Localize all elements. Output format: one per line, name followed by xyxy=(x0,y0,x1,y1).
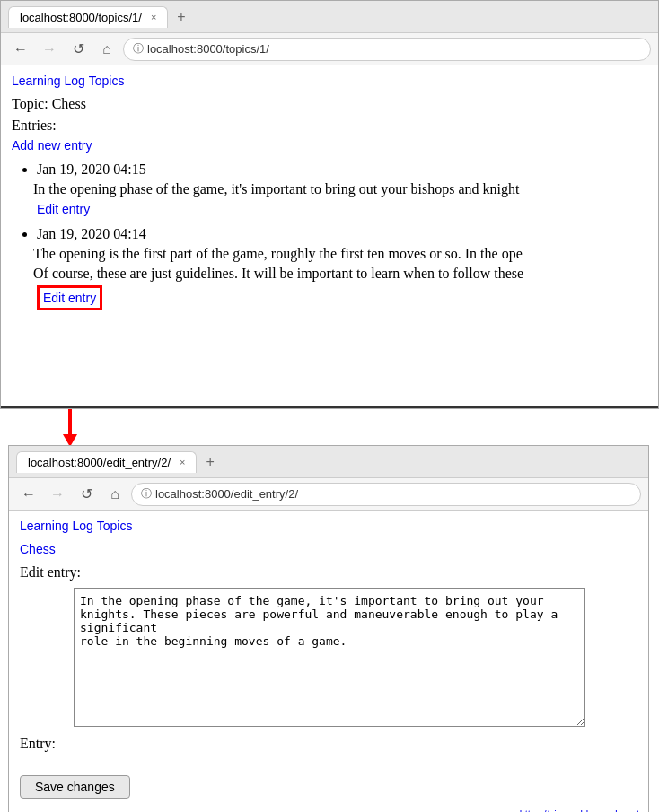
chess-link[interactable]: Chess xyxy=(20,542,56,556)
edit-entry-link-1[interactable]: Edit entry xyxy=(37,202,90,216)
active-tab-1[interactable]: localhost:8000/topics/1/ × xyxy=(8,6,168,28)
learning-log-link-1[interactable]: Learning Log xyxy=(12,74,85,88)
titlebar-1: localhost:8000/topics/1/ × + xyxy=(1,1,658,33)
page-title-1: Topic: Chess xyxy=(12,96,647,112)
tab-title-1: localhost:8000/topics/1/ xyxy=(20,11,142,24)
entry-text-1: In the opening phase of the game, it's i… xyxy=(33,181,647,197)
divider xyxy=(1,406,658,408)
titlebar-2: localhost:8000/edit_entry/2/ × + xyxy=(9,446,648,478)
topics-link-2[interactable]: Topics xyxy=(97,519,133,533)
forward-button-1[interactable]: → xyxy=(37,37,62,62)
entry-text-2a: The opening is the first part of the gam… xyxy=(33,246,647,262)
learning-log-link-2[interactable]: Learning Log xyxy=(20,519,93,533)
tab-close-2[interactable]: × xyxy=(180,457,185,467)
edit-entry-highlight: Edit entry xyxy=(37,285,102,310)
list-item: Jan 19, 2020 04:14 The opening is the fi… xyxy=(37,226,647,310)
new-tab-button-2[interactable]: + xyxy=(200,452,219,472)
tab-title-2: localhost:8000/edit_entry/2/ xyxy=(28,456,171,469)
add-entry-link[interactable]: Add new entry xyxy=(12,138,92,153)
entries-label: Entries: xyxy=(12,118,647,134)
info-icon-1: ⓘ xyxy=(133,41,144,57)
toolbar-1: ← → ↺ ⌂ ⓘ localhost:8000/topics/1/ xyxy=(1,33,658,65)
red-arrow-container xyxy=(36,409,659,445)
entries-list: Jan 19, 2020 04:15 In the opening phase … xyxy=(12,162,647,310)
browser-window-2: localhost:8000/edit_entry/2/ × + ← → ↺ ⌂… xyxy=(8,445,649,812)
entry-text-2b: Of course, these are just guidelines. It… xyxy=(33,266,647,282)
red-arrow xyxy=(63,409,77,447)
address-text-2: localhost:8000/edit_entry/2/ xyxy=(155,487,298,501)
topics-link-1[interactable]: Topics xyxy=(89,74,125,88)
home-button-1[interactable]: ⌂ xyxy=(94,37,119,62)
list-item: Jan 19, 2020 04:15 In the opening phase … xyxy=(37,162,647,217)
home-button-2[interactable]: ⌂ xyxy=(102,482,127,507)
address-text-1: localhost:8000/topics/1/ xyxy=(147,42,269,56)
back-button-1[interactable]: ← xyxy=(8,37,33,62)
info-icon-2: ⓘ xyxy=(141,486,152,502)
page-content-2: Learning Log Topics Chess Edit entry: In… xyxy=(9,511,648,812)
entry-field-label: Entry: xyxy=(20,734,56,752)
tab-close-1[interactable]: × xyxy=(151,12,156,22)
arrow-line xyxy=(68,409,72,434)
nav-links-2: Learning Log Topics xyxy=(20,518,637,534)
entry-field-row: Entry: xyxy=(20,734,637,752)
reload-button-2[interactable]: ↺ xyxy=(74,482,99,507)
toolbar-2: ← → ↺ ⌂ ⓘ localhost:8000/edit_entry/2/ xyxy=(9,478,648,511)
entry-date-2: Jan 19, 2020 04:14 xyxy=(37,226,647,242)
edit-entry-heading: Edit entry: xyxy=(20,564,637,581)
reload-button-1[interactable]: ↺ xyxy=(66,37,91,62)
nav-links-1: Learning Log Topics xyxy=(12,73,647,89)
page-content-1: Learning Log Topics Topic: Chess Entries… xyxy=(1,65,658,406)
watermark: https://xiaoyu.blog.csdn.net xyxy=(520,808,639,812)
save-changes-button[interactable]: Save changes xyxy=(20,775,130,799)
back-button-2[interactable]: ← xyxy=(16,482,41,507)
entry-date-1: Jan 19, 2020 04:15 xyxy=(37,162,647,178)
forward-button-2[interactable]: → xyxy=(45,482,70,507)
active-tab-2[interactable]: localhost:8000/edit_entry/2/ × xyxy=(16,451,197,473)
address-bar-2[interactable]: ⓘ localhost:8000/edit_entry/2/ xyxy=(131,483,641,506)
browser-window-1: localhost:8000/topics/1/ × + ← → ↺ ⌂ ⓘ l… xyxy=(0,0,659,409)
new-tab-button-1[interactable]: + xyxy=(171,7,190,27)
entry-textarea[interactable]: In the opening phase of the game, it's i… xyxy=(74,588,585,727)
edit-entry-link-2[interactable]: Edit entry xyxy=(43,291,96,305)
address-bar-1[interactable]: ⓘ localhost:8000/topics/1/ xyxy=(123,38,651,61)
